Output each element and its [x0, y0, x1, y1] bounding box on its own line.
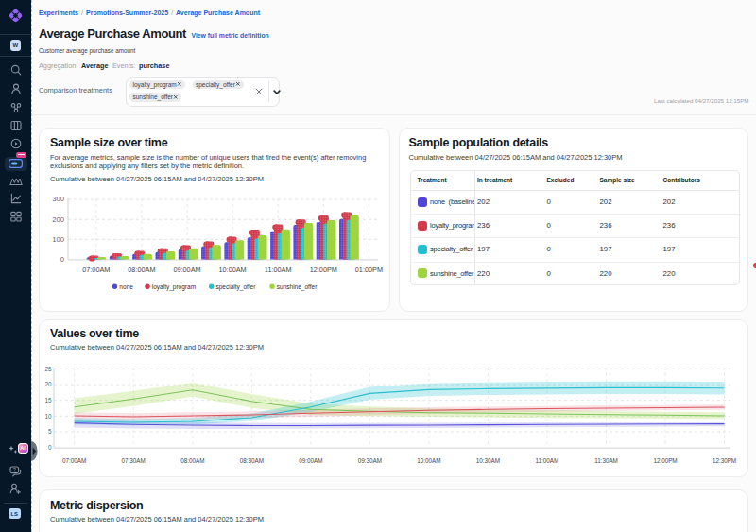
svg-text:08:00AM: 08:00AM [180, 457, 204, 464]
svg-text:12:00PM: 12:00PM [653, 457, 677, 464]
svg-text:10:00AM: 10:00AM [218, 266, 246, 274]
svg-text:10: 10 [44, 413, 52, 420]
svg-text:07:00AM: 07:00AM [82, 266, 110, 274]
svg-text:20: 20 [44, 381, 52, 387]
svg-text:08:30AM: 08:30AM [240, 457, 264, 464]
svg-text:09:30AM: 09:30AM [358, 457, 382, 464]
svg-text:sunshine_offer: sunshine_offer [277, 283, 318, 291]
svg-text:0: 0 [60, 255, 64, 264]
svg-text:09:00AM: 09:00AM [173, 266, 200, 274]
svg-text:07:30AM: 07:30AM [122, 457, 146, 464]
svg-text:10:00AM: 10:00AM [417, 457, 440, 464]
svg-text:12:00PM: 12:00PM [310, 266, 337, 274]
svg-text:loyalty_program: loyalty_program [152, 283, 196, 291]
svg-text:300: 300 [52, 195, 64, 203]
svg-text:25: 25 [44, 366, 52, 372]
svg-text:5: 5 [48, 428, 52, 435]
svg-text:11:00AM: 11:00AM [265, 266, 292, 274]
svg-text:12:30PM: 12:30PM [713, 457, 736, 464]
svg-text:100: 100 [52, 235, 64, 244]
svg-text:10:30AM: 10:30AM [476, 457, 500, 464]
svg-text:0: 0 [48, 444, 52, 451]
svg-text:09:00AM: 09:00AM [299, 457, 322, 464]
svg-text:01:00PM: 01:00PM [355, 266, 383, 274]
svg-text:15: 15 [44, 397, 52, 403]
svg-text:none: none [119, 283, 133, 290]
svg-text:200: 200 [52, 215, 64, 224]
svg-text:specialty_offer: specialty_offer [216, 283, 257, 291]
svg-text:?: ? [13, 467, 16, 472]
svg-text:11:30AM: 11:30AM [594, 457, 618, 464]
svg-text:11:00AM: 11:00AM [536, 457, 559, 464]
svg-text:08:00AM: 08:00AM [128, 266, 155, 274]
svg-text:07:00AM: 07:00AM [62, 457, 86, 464]
